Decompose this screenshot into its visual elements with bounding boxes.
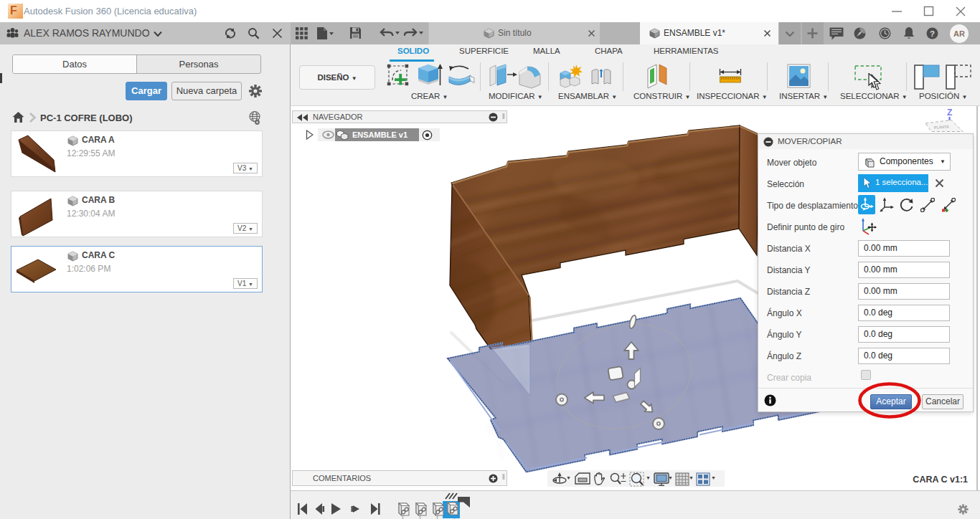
svg-text:Z: Z — [947, 108, 952, 118]
svg-text:?: ? — [930, 29, 935, 38]
